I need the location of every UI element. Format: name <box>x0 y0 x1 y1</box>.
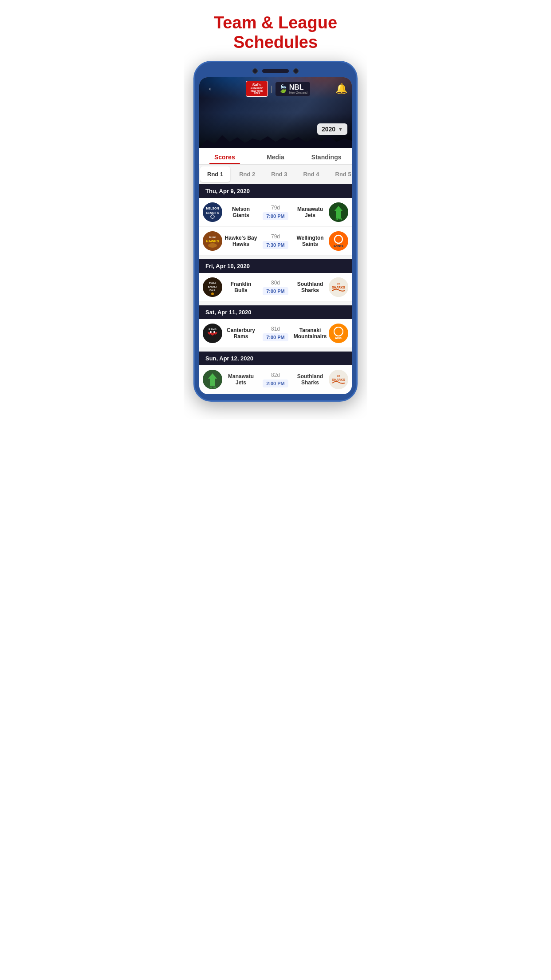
svg-text:SAINTS: SAINTS <box>334 245 343 247</box>
hawkes-bay-hawks-logo: taylor HAWKS <box>203 231 222 251</box>
round-btn-4[interactable]: Rnd 4 <box>296 166 326 182</box>
away-team-name: Southland Sharks <box>293 281 327 293</box>
banner-nav: ← Sal's AUTHENTIC NEW YORK PIZZA | 🍃 NBL… <box>204 81 347 97</box>
svg-text:GIANTS: GIANTS <box>206 211 220 215</box>
round-btn-5[interactable]: Rnd 5 <box>328 166 352 182</box>
southland-sharks-logo: SIT SHARKS <box>329 277 348 297</box>
date-header-sat: Sat, Apr 11, 2020 <box>199 305 352 319</box>
banner-logo: Sal's AUTHENTIC NEW YORK PIZZA | 🍃 NBL N… <box>246 81 310 97</box>
game-row[interactable]: JETS Manawatu Jets 82d 2:00 PM Southland… <box>199 365 352 394</box>
game-info: 79d 7:00 PM <box>260 205 291 220</box>
southland-sharks-logo-2: SIT SHARKS <box>329 370 348 389</box>
svg-text:JETS: JETS <box>209 386 216 389</box>
section-gap <box>199 348 352 352</box>
away-team-name: Taranaki Mountainairs <box>293 327 327 340</box>
svg-text:BULLS: BULLS <box>209 281 216 284</box>
separator: | <box>271 84 273 94</box>
year-value: 2020 <box>322 126 335 133</box>
manawatu-jets-logo: JETS <box>329 202 348 222</box>
game-info: 79d 7:30 PM <box>260 233 291 249</box>
phone-top-bar <box>199 68 352 74</box>
franklin-bulls-logo: BULLS BASKET BALL <box>203 277 222 297</box>
phone-screen: ← Sal's AUTHENTIC NEW YORK PIZZA | 🍃 NBL… <box>199 77 352 394</box>
away-team-name: Manawatu Jets <box>293 206 327 218</box>
round-selector: Rnd 1 Rnd 2 Rnd 3 Rnd 4 Rnd 5 Rnd 6 <box>199 165 352 184</box>
notification-bell-icon[interactable]: 🔔 <box>335 83 347 95</box>
phone-camera <box>252 68 258 74</box>
svg-text:SHARKS: SHARKS <box>332 378 345 381</box>
nbl-logo: 🍃 NBL New Zealand <box>276 82 310 96</box>
back-button[interactable]: ← <box>204 81 220 96</box>
svg-text:BALL: BALL <box>209 289 215 292</box>
manawatu-jets-logo-2: JETS <box>203 370 222 389</box>
home-team-name: Nelson Giants <box>224 206 258 218</box>
round-btn-2[interactable]: Rnd 2 <box>232 166 262 182</box>
game-row[interactable]: taylor HAWKS Hawke's Bay Hawks 79d 7:30 … <box>199 227 352 256</box>
svg-point-24 <box>210 331 212 333</box>
schedule-container: Thu, Apr 9, 2020 NELSON GIANTS Nelson Gi… <box>199 184 352 394</box>
page-title: Team & League Schedules <box>205 0 346 61</box>
nbl-leaf-icon: 🍃 <box>278 84 288 94</box>
svg-point-26 <box>329 324 348 343</box>
svg-text:SHARKS: SHARKS <box>332 286 345 289</box>
svg-point-25 <box>213 331 215 333</box>
away-team-name: Wellington Saints <box>293 235 327 247</box>
phone-speaker <box>262 69 289 73</box>
sals-logo: Sal's AUTHENTIC NEW YORK PIZZA <box>246 81 268 97</box>
game-info: 81d 7:00 PM <box>260 326 291 341</box>
date-header-thu: Thu, Apr 9, 2020 <box>199 184 352 198</box>
svg-text:AIRS: AIRS <box>335 336 342 340</box>
svg-text:RAMS: RAMS <box>209 328 216 331</box>
game-info: 80d 7:00 PM <box>260 280 291 295</box>
section-gap <box>199 256 352 259</box>
svg-point-10 <box>208 243 217 248</box>
game-info: 82d 2:00 PM <box>260 372 291 387</box>
nbl-text: NBL New Zealand <box>289 84 307 94</box>
wellington-saints-logo: SAINTS <box>329 231 348 251</box>
home-team-name: Hawke's Bay Hawks <box>224 235 258 247</box>
phone-frame: ← Sal's AUTHENTIC NEW YORK PIZZA | 🍃 NBL… <box>193 61 358 402</box>
home-team-name: Manawatu Jets <box>224 373 258 386</box>
year-chevron-icon: ▼ <box>338 126 343 132</box>
header-banner: ← Sal's AUTHENTIC NEW YORK PIZZA | 🍃 NBL… <box>199 77 352 148</box>
nelson-giants-logo: NELSON GIANTS <box>203 202 222 222</box>
game-row[interactable]: RAMS Canterbury Rams 81d 7:00 PM Taranak… <box>199 319 352 348</box>
svg-text:JETS: JETS <box>335 218 342 221</box>
tab-bar: Scores Media Standings <box>199 148 352 165</box>
round-btn-1[interactable]: Rnd 1 <box>200 166 230 182</box>
year-selector[interactable]: 2020 ▼ <box>317 123 347 135</box>
svg-point-11 <box>329 231 348 251</box>
svg-text:SIT: SIT <box>337 282 340 285</box>
tab-media[interactable]: Media <box>250 148 301 164</box>
svg-text:SIT: SIT <box>337 375 340 377</box>
away-team-name: Southland Sharks <box>293 373 327 386</box>
svg-text:HAWKS: HAWKS <box>206 239 219 243</box>
game-row[interactable]: BULLS BASKET BALL Franklin Bulls 80d 7:0… <box>199 273 352 302</box>
game-row[interactable]: NELSON GIANTS Nelson Giants 79d 7:00 PM … <box>199 198 352 227</box>
svg-text:BASKET: BASKET <box>208 285 217 288</box>
svg-point-18 <box>211 292 214 295</box>
phone-camera-2 <box>293 68 299 74</box>
section-gap <box>199 302 352 305</box>
svg-text:taylor: taylor <box>209 236 216 238</box>
tab-standings[interactable]: Standings <box>301 148 352 164</box>
taranaki-airs-logo: AIRS <box>329 324 348 343</box>
tab-scores[interactable]: Scores <box>199 148 250 164</box>
date-header-sun: Sun, Apr 12, 2020 <box>199 352 352 365</box>
round-btn-3[interactable]: Rnd 3 <box>264 166 294 182</box>
date-header-fri: Fri, Apr 10, 2020 <box>199 259 352 273</box>
canterbury-rams-logo: RAMS <box>203 324 222 343</box>
svg-text:NELSON: NELSON <box>206 207 219 210</box>
home-team-name: Canterbury Rams <box>224 327 258 340</box>
home-team-name: Franklin Bulls <box>224 281 258 293</box>
